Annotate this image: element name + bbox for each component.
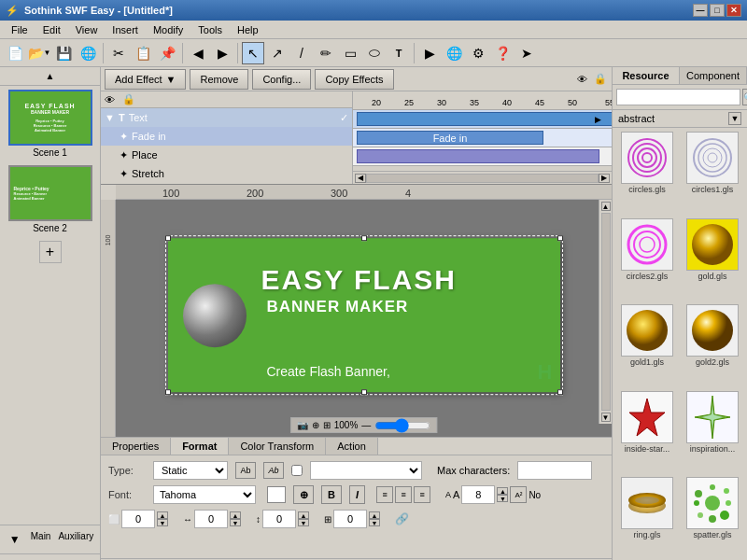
indent-down[interactable]: ▼ bbox=[157, 519, 168, 526]
font-size-up[interactable]: ▲ bbox=[497, 487, 508, 495]
spacing-up[interactable]: ▲ bbox=[230, 511, 241, 519]
handle-bl[interactable] bbox=[165, 389, 171, 395]
menu-file[interactable]: File bbox=[4, 22, 35, 37]
resource-inspiration[interactable]: inspiration... bbox=[682, 391, 743, 474]
scene-down-icon[interactable]: ▼ bbox=[5, 529, 25, 550]
scroll-track[interactable] bbox=[366, 174, 599, 183]
leading-input[interactable] bbox=[262, 510, 296, 528]
timeline-lock-icon[interactable]: 🔒 bbox=[593, 72, 608, 87]
spacing-input[interactable] bbox=[194, 510, 228, 528]
indent-up[interactable]: ▲ bbox=[157, 511, 168, 519]
italic-button[interactable]: I bbox=[349, 485, 365, 504]
font-color-box[interactable] bbox=[267, 486, 286, 503]
font-superscript[interactable]: A² bbox=[510, 486, 527, 503]
menu-insert[interactable]: Insert bbox=[105, 22, 146, 37]
tab-component[interactable]: Component bbox=[680, 67, 747, 84]
rect-tool[interactable]: ▭ bbox=[339, 42, 361, 64]
add-effect-button[interactable]: Add Effect ▼ bbox=[105, 69, 186, 90]
scroll-left-btn[interactable]: ◀ bbox=[355, 174, 366, 183]
scroll-right-btn[interactable]: ▶ bbox=[599, 174, 610, 183]
font-select[interactable]: Tahoma Arial bbox=[153, 485, 256, 504]
bold-button[interactable]: B bbox=[321, 485, 342, 504]
timeline-hscrollbar[interactable]: ◀ ▶ bbox=[353, 171, 612, 184]
scene-add-icon[interactable]: ⊞ bbox=[7, 556, 27, 560]
leading-down[interactable]: ▼ bbox=[298, 519, 309, 526]
resource-circles1[interactable]: circles1.gls bbox=[682, 132, 743, 215]
format-ab2-btn[interactable]: Ab bbox=[263, 462, 284, 479]
resource-circles2[interactable]: circles2.gls bbox=[616, 218, 678, 301]
maximize-button[interactable]: □ bbox=[710, 4, 725, 17]
place-track-bar[interactable] bbox=[357, 149, 599, 163]
search-button[interactable]: 🔍 bbox=[742, 89, 747, 105]
save-button[interactable]: 💾 bbox=[52, 42, 75, 64]
minimize-button[interactable]: — bbox=[693, 4, 708, 17]
tab-properties[interactable]: Properties bbox=[101, 438, 171, 455]
vscroll-up[interactable]: ▲ bbox=[601, 202, 611, 211]
publish-button[interactable]: 🌐 bbox=[77, 42, 99, 64]
menu-edit[interactable]: Edit bbox=[35, 22, 68, 37]
paste-button[interactable]: 📌 bbox=[156, 42, 178, 64]
place-row[interactable]: ✦ Place bbox=[101, 146, 352, 164]
redo-button[interactable]: ▶ bbox=[211, 42, 233, 64]
preview-button[interactable]: 🌐 bbox=[443, 42, 465, 64]
scene-down2-icon[interactable]: ↓ bbox=[74, 556, 94, 560]
kerning-input[interactable] bbox=[333, 510, 367, 528]
track-scroll-right[interactable]: ▶ bbox=[591, 110, 604, 128]
menu-view[interactable]: View bbox=[68, 22, 106, 37]
undo-button[interactable]: ◀ bbox=[187, 42, 209, 64]
text-track-bar[interactable] bbox=[357, 112, 612, 126]
v-scrollbar[interactable]: ▲ ▼ bbox=[599, 200, 612, 424]
handle-tm[interactable] bbox=[361, 235, 367, 241]
zoom-icon-mid[interactable]: ⊕ bbox=[312, 420, 319, 430]
scene-up-icon[interactable]: ↑ bbox=[51, 556, 72, 560]
fade-in-row[interactable]: ✦ Fade in bbox=[101, 127, 352, 146]
pointer-tool[interactable]: ↗ bbox=[266, 42, 289, 64]
remove-button[interactable]: Remove bbox=[190, 69, 248, 90]
spacing-spinner[interactable]: ▲ ▼ bbox=[230, 511, 241, 526]
vscroll-down[interactable]: ▼ bbox=[601, 413, 611, 422]
close-button[interactable]: ✕ bbox=[726, 4, 741, 17]
zoom-slider[interactable] bbox=[374, 421, 430, 430]
align-right-btn[interactable]: ≡ bbox=[414, 486, 430, 503]
resource-ring[interactable]: ring.gls bbox=[616, 477, 678, 560]
zoom-minus[interactable]: — bbox=[361, 420, 371, 430]
resource-gold1[interactable]: gold1.gls bbox=[616, 304, 678, 387]
kerning-up[interactable]: ▲ bbox=[369, 511, 380, 519]
resource-spatter[interactable]: spatter.gls bbox=[682, 477, 743, 560]
zoom-icon-right[interactable]: ⊞ bbox=[323, 420, 331, 430]
resource-gold[interactable]: gold.gls bbox=[682, 218, 743, 301]
resource-circles[interactable]: circles.gls bbox=[616, 132, 678, 215]
layer-expand-icon[interactable]: ▼ bbox=[105, 112, 115, 123]
leading-spinner[interactable]: ▲ ▼ bbox=[298, 511, 309, 526]
text-layer-row[interactable]: ▼ T Text ✓ bbox=[101, 108, 352, 127]
zoom-icon-left[interactable]: 📷 bbox=[297, 420, 308, 430]
format-ab-btn[interactable]: Ab bbox=[235, 462, 256, 479]
font-picker-btn[interactable]: ⊕ bbox=[293, 485, 314, 504]
leading-up[interactable]: ▲ bbox=[298, 511, 309, 519]
handle-tr[interactable] bbox=[557, 235, 563, 241]
side-main-tab[interactable]: Main bbox=[29, 529, 53, 550]
format-dropdown[interactable] bbox=[310, 461, 422, 480]
font-size-spinner[interactable]: ▲ ▼ bbox=[497, 487, 508, 502]
copy-effects-button[interactable]: Copy Effects bbox=[315, 69, 393, 90]
format-checkbox[interactable] bbox=[291, 465, 303, 476]
help-button[interactable]: ❓ bbox=[491, 42, 514, 64]
max-chars-input[interactable] bbox=[517, 461, 592, 480]
resource-star[interactable]: inside-star... bbox=[616, 391, 678, 474]
menu-modify[interactable]: Modify bbox=[146, 22, 190, 37]
tab-color-transform[interactable]: Color Transform bbox=[229, 438, 326, 455]
menu-tools[interactable]: Tools bbox=[190, 22, 230, 37]
line-tool[interactable]: / bbox=[290, 42, 313, 64]
fadein-track-bar[interactable]: Fade in bbox=[357, 131, 543, 145]
select-tool[interactable]: ↖ bbox=[242, 42, 264, 64]
scene-2-thumb[interactable]: Reprice • Puttey Resource • Banner Anima… bbox=[8, 165, 92, 233]
canvas-viewport[interactable]: EASY FLASH BANNER MAKER Create Flash Ban… bbox=[116, 200, 612, 437]
tab-action[interactable]: Action bbox=[326, 438, 378, 455]
pencil-tool[interactable]: ✏ bbox=[315, 42, 337, 64]
side-auxiliary-tab[interactable]: Auxiliary bbox=[56, 529, 95, 550]
copy-button[interactable]: 📋 bbox=[132, 42, 154, 64]
tab-format[interactable]: Format bbox=[171, 438, 229, 455]
kerning-down[interactable]: ▼ bbox=[369, 519, 380, 526]
font-size-down[interactable]: ▼ bbox=[497, 495, 508, 502]
title-bar-controls[interactable]: — □ ✕ bbox=[693, 4, 741, 17]
